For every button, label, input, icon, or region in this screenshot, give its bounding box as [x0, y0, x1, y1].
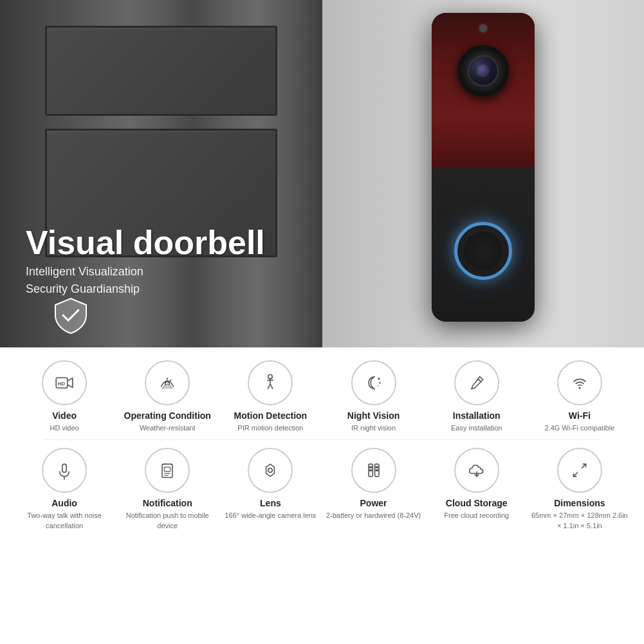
svg-line-8 [268, 384, 270, 389]
svg-point-10 [378, 378, 380, 380]
device-camera-outer [457, 45, 509, 97]
video-title: Video [52, 410, 77, 421]
svg-line-29 [573, 473, 577, 477]
device-camera-core [477, 64, 490, 77]
cloud-icon [454, 448, 499, 493]
svg-point-12 [377, 385, 378, 387]
motion-desc: PIR motion detection [237, 423, 303, 433]
dimensions-title: Dimensions [554, 498, 605, 508]
features-section: HDVideoHD videoOperating ConditionWeathe… [0, 347, 644, 644]
device-bell-button [454, 222, 512, 280]
feature-video: HDVideoHD video [15, 360, 115, 433]
svg-text:HD: HD [58, 381, 66, 387]
audio-title: Audio [51, 498, 77, 508]
night-desc: IR night vision [351, 423, 396, 433]
feature-dimensions: Dimensions65mm × 27mm × 128mm 2.6in × 1.… [529, 448, 629, 531]
svg-rect-18 [164, 468, 170, 472]
video-icon: HD [42, 360, 87, 405]
feature-motion: Motion DetectionPIR motion detection [221, 360, 320, 433]
device-top [432, 13, 535, 167]
features-row-1: HDVideoHD videoOperating ConditionWeathe… [13, 360, 631, 433]
power-desc: 2-battery or hardwired (8-24V) [326, 511, 421, 520]
device-bottom [432, 167, 535, 322]
hero-subtitle1: Intelligent Visualization [26, 265, 265, 279]
installation-desc: Easy installation [451, 423, 502, 433]
motion-icon [248, 360, 293, 405]
hero-section: Visual doorbell Intelligent Visualizatio… [0, 0, 644, 347]
shield-icon [51, 296, 90, 335]
power-icon [351, 448, 396, 493]
device-bell-inner [464, 232, 502, 270]
cloud-title: Cloud Storage [446, 498, 508, 508]
lens-icon [248, 448, 293, 493]
feature-power: Power2-battery or hardwired (8-24V) [324, 448, 423, 531]
operating-title: Operating Condition [124, 410, 211, 421]
svg-line-3 [170, 380, 171, 381]
lens-desc: 166° wide-angle camera lens [225, 511, 316, 520]
svg-point-21 [268, 468, 272, 472]
features-row-2: AudioTwo-way talk with noise cancellatio… [13, 448, 631, 531]
svg-point-5 [268, 374, 272, 378]
device-ir-sensor [479, 24, 487, 32]
feature-night: Night VisionIR night vision [324, 360, 423, 433]
svg-rect-25 [375, 466, 378, 468]
door-panel-top [45, 26, 277, 116]
feature-cloud: Cloud StorageFree cloud recording [427, 448, 526, 531]
wifi-desc: 2.4G Wi-Fi compatible [544, 423, 614, 433]
notification-title: Notification [143, 498, 192, 508]
svg-rect-24 [369, 466, 372, 468]
night-title: Night Vision [347, 410, 400, 421]
svg-line-13 [477, 379, 481, 382]
device-camera-inner [468, 55, 499, 86]
power-title: Power [360, 498, 387, 508]
feature-installation: InstallationEasy installation [427, 360, 526, 433]
svg-point-14 [578, 387, 580, 389]
hero-subtitle2: Security Guardianship [26, 282, 265, 296]
installation-icon [454, 360, 499, 405]
operating-desc: Weather-resistant [140, 423, 196, 433]
installation-title: Installation [453, 410, 501, 421]
notification-desc: Notification push to mobile device [118, 511, 217, 531]
audio-icon [42, 448, 87, 493]
hero-left-panel: Visual doorbell Intelligent Visualizatio… [0, 0, 322, 347]
dimensions-icon [557, 448, 602, 493]
cloud-desc: Free cloud recording [444, 511, 509, 520]
night-icon [351, 360, 396, 405]
lens-title: Lens [260, 498, 281, 508]
video-desc: HD video [50, 423, 78, 433]
features-divider [44, 439, 600, 440]
svg-point-11 [379, 382, 380, 383]
dimensions-desc: 65mm × 27mm × 128mm 2.6in × 1.1in × 5.1i… [529, 511, 629, 531]
svg-line-9 [270, 384, 273, 389]
svg-rect-15 [62, 465, 66, 473]
hero-right-panel [322, 0, 645, 347]
doorbell-device [432, 13, 535, 322]
svg-rect-26 [369, 470, 372, 472]
svg-line-30 [582, 465, 585, 468]
svg-rect-27 [375, 470, 378, 472]
hero-title: Visual doorbell [26, 225, 265, 261]
feature-audio: AudioTwo-way talk with noise cancellatio… [15, 448, 115, 531]
operating-icon [145, 360, 190, 405]
audio-desc: Two-way talk with noise cancellation [15, 511, 115, 531]
feature-operating: Operating ConditionWeather-resistant [118, 360, 217, 433]
notification-icon [145, 448, 190, 493]
wifi-title: Wi-Fi [569, 410, 591, 421]
motion-title: Motion Detection [234, 410, 308, 421]
feature-lens: Lens166° wide-angle camera lens [221, 448, 320, 531]
feature-notification: NotificationNotification push to mobile … [118, 448, 217, 531]
feature-wifi: Wi-Fi2.4G Wi-Fi compatible [529, 360, 629, 433]
hero-text-block: Visual doorbell Intelligent Visualizatio… [26, 225, 265, 296]
wifi-icon [557, 360, 602, 405]
